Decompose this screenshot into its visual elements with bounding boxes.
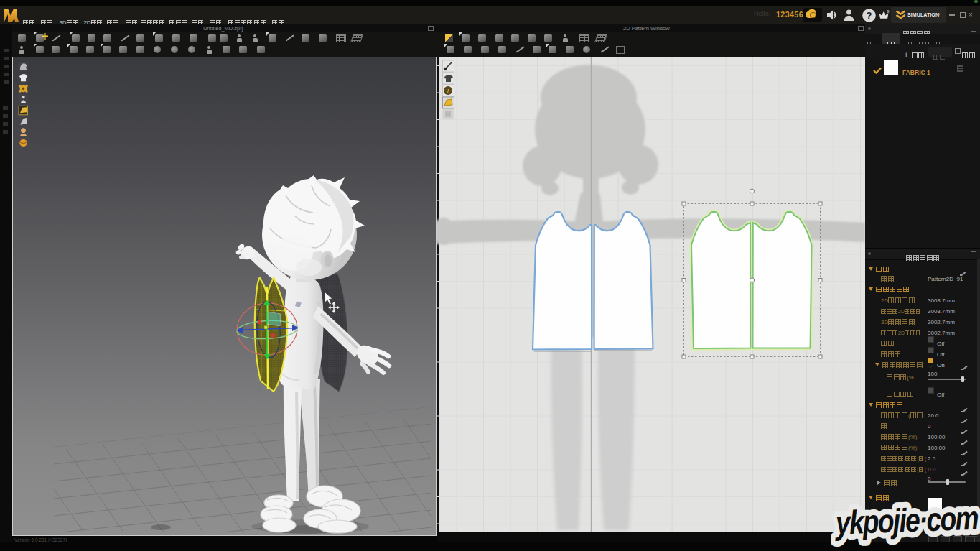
svg-text:?: ? [867,10,872,21]
svg-text:ykpojie·com: ykpojie·com [834,499,979,542]
svg-text:+: + [887,9,889,14]
